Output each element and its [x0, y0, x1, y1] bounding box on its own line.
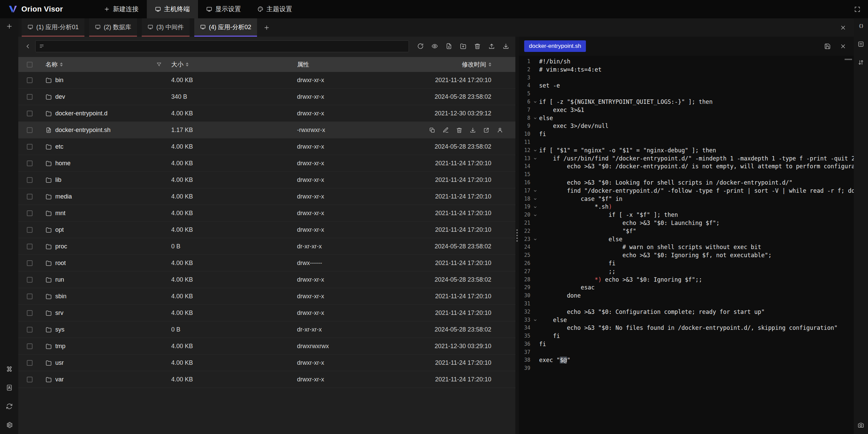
- new-connection-button[interactable]: [6, 23, 13, 30]
- table-row[interactable]: tmp 4.00 KB drwxrwxrwx 2021-12-30 03:29:…: [18, 338, 515, 355]
- menu-item[interactable]: 主题设置: [249, 0, 300, 18]
- contacts-button[interactable]: [6, 384, 13, 391]
- file-name[interactable]: tmp: [55, 343, 65, 350]
- file-name[interactable]: root: [55, 260, 66, 267]
- menu-item[interactable]: 显示设置: [198, 0, 249, 18]
- upload-button[interactable]: [486, 41, 497, 52]
- column-name[interactable]: 名称: [45, 60, 63, 69]
- settings-button[interactable]: [6, 421, 13, 429]
- table-row[interactable]: lib 4.00 KB drwxr-xr-x 2021-11-24 17:20:…: [18, 172, 515, 188]
- fold-icon[interactable]: [531, 155, 539, 163]
- file-name[interactable]: etc: [55, 143, 63, 150]
- download-button[interactable]: [500, 41, 511, 52]
- code-area[interactable]: 1#!/bin/sh 2# vim:sw=4:ts=4:et 3 4set -e…: [519, 56, 854, 434]
- file-name[interactable]: home: [55, 160, 71, 167]
- move-icon[interactable]: [483, 127, 490, 133]
- save-button[interactable]: [822, 41, 833, 52]
- row-checkbox[interactable]: [27, 310, 33, 316]
- table-row[interactable]: docker-entrypoint.sh 1.17 KB -rwxrwxr-x: [18, 122, 515, 138]
- fold-icon[interactable]: [531, 316, 539, 324]
- row-checkbox[interactable]: [27, 111, 33, 116]
- download-icon[interactable]: [470, 127, 476, 133]
- sort-modified-icon[interactable]: [489, 61, 491, 68]
- table-row[interactable]: root 4.00 KB drwx------ 2021-11-24 17:20…: [18, 255, 515, 271]
- sftp-panel-button[interactable]: [857, 41, 864, 48]
- new-folder-button[interactable]: [458, 41, 469, 52]
- fold-icon[interactable]: [531, 98, 539, 106]
- column-size[interactable]: 大小: [171, 60, 189, 69]
- sort-size-icon[interactable]: [186, 61, 189, 68]
- file-name[interactable]: lib: [55, 176, 61, 184]
- row-checkbox[interactable]: [27, 260, 33, 266]
- fold-icon[interactable]: [531, 211, 539, 219]
- table-row[interactable]: docker-entrypoint.d 4.00 KB drwxr-xr-x 2…: [18, 105, 515, 122]
- table-row[interactable]: bin 4.00 KB drwxr-xr-x 2021-11-24 17:20:…: [18, 72, 515, 89]
- row-checkbox[interactable]: [27, 210, 33, 216]
- path-input[interactable]: [47, 43, 405, 50]
- row-checkbox[interactable]: [27, 77, 33, 83]
- file-name[interactable]: mnt: [55, 210, 65, 217]
- row-checkbox[interactable]: [27, 277, 33, 283]
- file-name[interactable]: proc: [55, 243, 67, 250]
- table-row[interactable]: dev 340 B drwxr-xr-x 2024-05-28 23:58:02: [18, 89, 515, 105]
- row-checkbox[interactable]: [27, 177, 33, 183]
- screenshot-button[interactable]: [857, 422, 864, 429]
- file-name[interactable]: opt: [55, 226, 64, 233]
- file-name[interactable]: var: [55, 376, 64, 383]
- row-checkbox[interactable]: [27, 127, 33, 133]
- row-checkbox[interactable]: [27, 377, 33, 382]
- row-checkbox[interactable]: [27, 360, 33, 366]
- table-row[interactable]: run 4.00 KB drwxr-xr-x 2024-05-28 23:58:…: [18, 271, 515, 288]
- file-name[interactable]: media: [55, 193, 72, 200]
- table-row[interactable]: usr 4.00 KB drwxr-xr-x 2021-11-24 17:20:…: [18, 355, 515, 371]
- fold-icon[interactable]: [531, 114, 539, 122]
- community-button[interactable]: [6, 403, 13, 410]
- row-checkbox[interactable]: [27, 343, 33, 349]
- table-row[interactable]: home 4.00 KB drwxr-xr-x 2021-11-24 17:20…: [18, 155, 515, 172]
- scrollbar-thumb[interactable]: [845, 59, 852, 60]
- row-checkbox[interactable]: [27, 94, 33, 100]
- new-tab-button[interactable]: [261, 22, 272, 33]
- table-row[interactable]: etc 4.00 KB drwxr-xr-x 2024-05-28 23:58:…: [18, 138, 515, 155]
- row-checkbox[interactable]: [27, 244, 33, 249]
- new-file-button[interactable]: [443, 41, 454, 52]
- column-modified[interactable]: 修改时间: [462, 60, 491, 69]
- fullscreen-button[interactable]: [852, 4, 863, 15]
- row-checkbox[interactable]: [27, 327, 33, 333]
- session-tab[interactable]: (2) 数据库: [89, 18, 137, 37]
- delete-icon[interactable]: [456, 127, 462, 133]
- table-row[interactable]: media 4.00 KB drwxr-xr-x 2021-11-24 17:2…: [18, 188, 515, 205]
- copy-path-icon[interactable]: [429, 127, 435, 133]
- file-name[interactable]: sbin: [55, 293, 66, 300]
- fold-icon[interactable]: [531, 187, 539, 195]
- row-checkbox[interactable]: [27, 144, 33, 150]
- sort-name-icon[interactable]: [60, 61, 63, 68]
- quick-path-icon[interactable]: [39, 43, 44, 49]
- filter-icon[interactable]: [156, 62, 162, 67]
- file-name[interactable]: docker-entrypoint.sh: [55, 127, 111, 134]
- fold-icon[interactable]: [531, 195, 539, 203]
- select-all-checkbox[interactable]: [27, 62, 33, 68]
- table-row[interactable]: sys 0 B dr-xr-xr-x 2024-05-28 23:58:02: [18, 321, 515, 338]
- edit-icon[interactable]: [442, 127, 449, 133]
- close-editor-button[interactable]: [837, 41, 848, 52]
- chmod-icon[interactable]: [497, 127, 503, 133]
- panel-divider[interactable]: [515, 37, 519, 434]
- table-row[interactable]: proc 0 B dr-xr-xr-x 2024-05-28 23:58:02: [18, 238, 515, 255]
- file-name[interactable]: usr: [55, 359, 64, 366]
- snippet-button[interactable]: {}: [857, 22, 864, 29]
- table-row[interactable]: mnt 4.00 KB drwxr-xr-x 2021-11-24 17:20:…: [18, 205, 515, 222]
- back-button[interactable]: [22, 41, 33, 52]
- menu-item[interactable]: 新建连接: [96, 0, 147, 18]
- file-name[interactable]: dev: [55, 93, 65, 100]
- session-tab[interactable]: (1) 应用-分析01: [22, 18, 84, 37]
- file-name[interactable]: sys: [55, 326, 64, 333]
- row-checkbox[interactable]: [27, 194, 33, 200]
- show-hidden-button[interactable]: [429, 41, 440, 52]
- transfer-list-button[interactable]: [857, 59, 864, 66]
- delete-button[interactable]: [472, 41, 483, 52]
- editor-file-tab[interactable]: docker-entrypoint.sh: [524, 40, 586, 52]
- shortcut-keys-button[interactable]: [6, 365, 13, 373]
- session-tab[interactable]: (4) 应用-分析02: [194, 18, 257, 37]
- fold-icon[interactable]: [531, 235, 539, 244]
